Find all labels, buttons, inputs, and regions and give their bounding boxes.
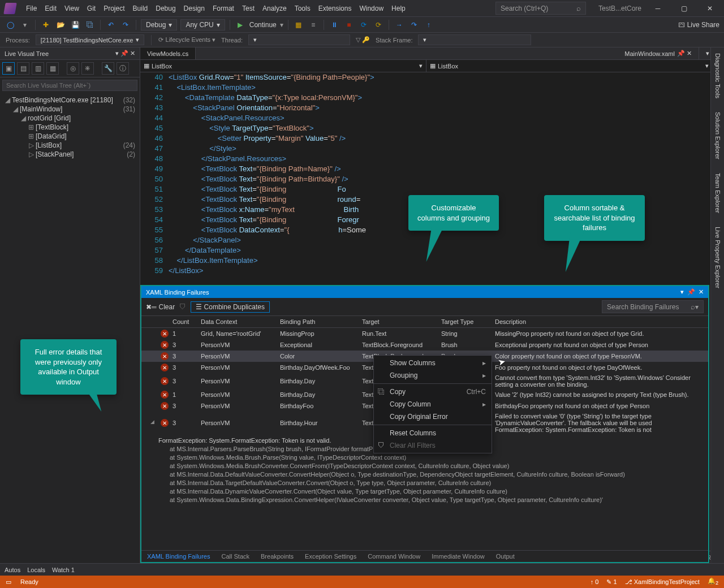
ctx-grouping[interactable]: Grouping▸ bbox=[374, 369, 492, 382]
tree-item[interactable]: ⊞[DataGrid] bbox=[2, 132, 137, 141]
tree-item[interactable]: ◢rootGrid [Grid] bbox=[2, 114, 137, 123]
menu-debug[interactable]: Debug bbox=[152, 2, 179, 15]
minimize-button[interactable]: ─ bbox=[648, 2, 667, 15]
tree-item[interactable]: ◢[MainWindow](31) bbox=[2, 105, 137, 114]
config-dropdown[interactable]: Debug▾ bbox=[141, 19, 177, 31]
lvt-search-input[interactable] bbox=[2, 80, 137, 91]
continue-button[interactable]: ▶ bbox=[235, 19, 246, 31]
bottom-tab[interactable]: Command Window bbox=[362, 551, 426, 562]
ctx-copy[interactable]: ⿻CopyCtrl+C bbox=[374, 386, 492, 398]
lvt-tool-icon[interactable]: ◎ bbox=[67, 62, 79, 75]
combine-duplicates-button[interactable]: ☰ Combine Duplicates bbox=[191, 301, 270, 313]
menu-analyze[interactable]: Analyze bbox=[259, 2, 290, 15]
lvt-tree[interactable]: ◢TestBindingsNetCore.exe [21180](32)◢[Ma… bbox=[0, 93, 140, 563]
menu-window[interactable]: Window bbox=[356, 2, 387, 15]
thread-dropdown[interactable]: ▾ bbox=[248, 34, 350, 45]
ctx-copy-column[interactable]: Copy Column▸ bbox=[374, 398, 492, 410]
lvt-tool-icon[interactable]: ▤ bbox=[17, 62, 29, 75]
menu-extensions[interactable]: Extensions bbox=[315, 2, 355, 15]
menu-test[interactable]: Test bbox=[239, 2, 258, 15]
notifications-icon[interactable]: 🔔2 bbox=[708, 577, 718, 586]
step-into-icon[interactable]: → bbox=[394, 19, 405, 31]
step-over-icon[interactable]: ↷ bbox=[408, 19, 420, 31]
pending-edits-icon[interactable]: ✎ 1 bbox=[606, 578, 617, 586]
menu-format[interactable]: Format bbox=[209, 2, 238, 15]
menu-tools[interactable]: Tools bbox=[291, 2, 314, 15]
menu-view[interactable]: View bbox=[61, 2, 83, 15]
close-button[interactable]: ✕ bbox=[700, 2, 719, 15]
debug-tab[interactable]: Watch 1 bbox=[52, 567, 75, 573]
nav-scope-dropdown[interactable]: ▦ ListBox▾ bbox=[140, 60, 426, 72]
restart-icon[interactable]: ⟳ bbox=[358, 19, 369, 31]
tree-item[interactable]: ▷[ListBox](24) bbox=[2, 141, 137, 150]
bottom-tab[interactable]: Call Stack bbox=[216, 551, 255, 562]
menu-file[interactable]: File bbox=[23, 2, 40, 15]
stop-icon[interactable]: ■ bbox=[343, 19, 355, 31]
table-row[interactable]: ✕3PersonVMExceptionalTextBlock.Foregroun… bbox=[141, 339, 708, 351]
quick-search-input[interactable]: Search (Ctrl+Q) bbox=[495, 2, 586, 15]
menu-design[interactable]: Design bbox=[180, 2, 208, 15]
lvt-tool-icon[interactable]: ▣ bbox=[2, 62, 15, 75]
tree-item[interactable]: ▷[StackPanel](2) bbox=[2, 150, 137, 159]
tool-icon[interactable]: ▦ bbox=[293, 19, 304, 31]
process-dropdown[interactable]: [21180] TestBindingsNetCore.exe▾ bbox=[36, 34, 145, 45]
pin-icon[interactable]: 📌 bbox=[687, 288, 695, 296]
tree-item[interactable]: ◢TestBindingsNetCore.exe [21180](32) bbox=[2, 96, 137, 105]
lvt-tool-icon[interactable]: 🔧 bbox=[102, 62, 114, 75]
repo-icon[interactable]: ⎇ XamlBindingTestProject bbox=[625, 578, 700, 586]
menu-edit[interactable]: Edit bbox=[41, 2, 60, 15]
pause-icon[interactable]: ⏸ bbox=[329, 19, 340, 31]
maximize-button[interactable]: ▢ bbox=[674, 2, 693, 15]
new-icon[interactable]: ✚ bbox=[40, 19, 51, 31]
ctx-show-columns[interactable]: Show Columns▸ bbox=[374, 357, 492, 369]
menu-project[interactable]: Project bbox=[100, 2, 128, 15]
bottom-tab[interactable]: Output bbox=[490, 551, 520, 562]
grid-header[interactable]: Count Data Context Binding Path Target T… bbox=[141, 316, 708, 328]
step-out-icon[interactable]: ↑ bbox=[423, 19, 434, 31]
table-row[interactable]: ✕1Grid, Name='rootGrid'MissingPropRun.Te… bbox=[141, 328, 708, 339]
save-icon[interactable]: 💾 bbox=[70, 19, 81, 31]
ctx-copy-original[interactable]: Copy Original Error bbox=[374, 410, 492, 423]
tab-mainwindow[interactable]: MainWindow.xaml 📌 ✕ bbox=[618, 47, 699, 59]
side-tab[interactable]: Solution Explorer bbox=[713, 110, 722, 162]
nav-back-icon[interactable]: ◯ bbox=[5, 19, 16, 31]
nav-member-dropdown[interactable]: ▦ ListBox▾ bbox=[426, 60, 713, 72]
side-tab[interactable]: Team Explorer bbox=[713, 171, 722, 215]
tree-item[interactable]: ⊞[TextBlock] bbox=[2, 123, 137, 132]
tab-viewmodels[interactable]: ViewModels.cs bbox=[140, 47, 196, 59]
bottom-tab[interactable]: Exception Settings bbox=[299, 551, 362, 562]
menu-git[interactable]: Git bbox=[84, 2, 99, 15]
redo-icon[interactable]: ↷ bbox=[120, 19, 131, 31]
refresh-icon[interactable]: ⟳ bbox=[373, 19, 384, 31]
filter-off-icon[interactable]: ⛉ bbox=[179, 303, 186, 311]
side-tab[interactable]: Live Property Explorer bbox=[713, 224, 722, 291]
lvt-tool-icon[interactable]: ▥ bbox=[32, 62, 44, 75]
debug-tab[interactable]: Locals bbox=[27, 567, 45, 573]
open-icon[interactable]: 📂 bbox=[55, 19, 66, 31]
lvt-tool-icon[interactable]: ▦ bbox=[46, 62, 59, 75]
publish-icon[interactable]: ↑ 0 bbox=[591, 578, 599, 585]
live-share-button[interactable]: ⮹Live Share bbox=[678, 21, 719, 29]
step-icon[interactable]: ≡ bbox=[308, 19, 319, 31]
menu-help[interactable]: Help bbox=[388, 2, 409, 15]
save-all-icon[interactable]: ⿻ bbox=[84, 19, 96, 31]
side-tab[interactable]: Diagnostic Tools bbox=[713, 51, 722, 101]
close-icon[interactable]: ✕ bbox=[699, 288, 704, 296]
debug-tab[interactable]: Autos bbox=[5, 567, 20, 573]
undo-icon[interactable]: ↶ bbox=[105, 19, 117, 31]
bottom-tab[interactable]: Immediate Window bbox=[426, 551, 490, 562]
platform-dropdown[interactable]: Any CPU▾ bbox=[180, 19, 225, 31]
continue-label[interactable]: Continue bbox=[249, 21, 277, 29]
ctx-reset-columns[interactable]: Reset Columns bbox=[374, 427, 492, 439]
bottom-tab[interactable]: Breakpoints bbox=[255, 551, 299, 562]
lvt-tool-icon[interactable]: ⓘ bbox=[117, 62, 129, 75]
clear-button[interactable]: ✖═Clear bbox=[146, 303, 175, 311]
window-menu-icon[interactable]: ▾ bbox=[680, 288, 684, 296]
lvt-tool-icon[interactable]: ⛯ bbox=[81, 62, 94, 75]
solution-name: TestB...etCore bbox=[598, 5, 641, 12]
nav-fwd-icon[interactable]: ▾ bbox=[19, 19, 31, 31]
menu-build[interactable]: Build bbox=[130, 2, 152, 15]
stackframe-dropdown[interactable]: ▾ bbox=[418, 34, 531, 45]
bottom-tab[interactable]: XAML Binding Failures bbox=[141, 551, 216, 562]
binding-search-input[interactable]: Search Binding Failures▾ bbox=[602, 300, 704, 313]
